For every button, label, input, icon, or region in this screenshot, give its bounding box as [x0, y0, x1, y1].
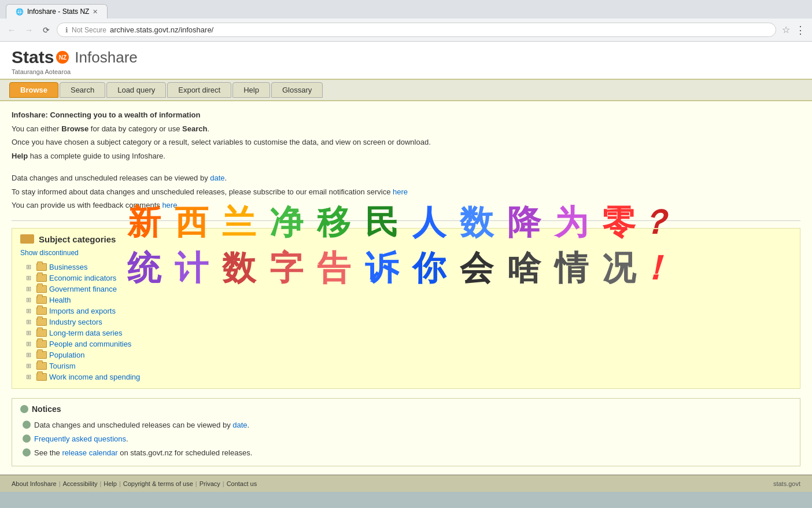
not-secure-label: Not Secure: [72, 26, 106, 34]
category-link[interactable]: Tourism: [49, 362, 76, 370]
category-link[interactable]: Work income and spending: [49, 373, 140, 381]
tab-favicon: 🌐: [16, 8, 24, 16]
footer-link-help[interactable]: Help: [104, 480, 117, 487]
footer-link-copyright[interactable]: Copyright & terms of use: [123, 480, 193, 487]
category-link[interactable]: Imports and exports: [49, 307, 116, 315]
tab-glossary[interactable]: Glossary: [271, 82, 323, 98]
tab-help[interactable]: Help: [232, 82, 270, 98]
footer-link-contact[interactable]: Contact us: [227, 480, 257, 487]
page-wrapper: Stats NZ Infoshare Tatauranga Aotearoa B…: [0, 42, 812, 492]
category-link[interactable]: Government finance: [49, 285, 117, 293]
expand-icon[interactable]: ⊞: [26, 274, 34, 282]
tab-export-direct[interactable]: Export direct: [167, 82, 231, 98]
intro-para5: To stay informed about data changes and …: [12, 186, 800, 198]
tab-close-icon[interactable]: ✕: [93, 8, 98, 16]
tagline: Tatauranga Aotearoa: [12, 68, 800, 75]
stats-logo: Stats NZ: [12, 47, 69, 67]
site-logo: Stats NZ Infoshare: [12, 47, 800, 67]
bottom-gray-area: [0, 492, 812, 508]
footer-links: About Infoshare | Accessibility | Help |…: [12, 480, 257, 487]
main-content: Infoshare: Connecting you to a wealth of…: [0, 101, 812, 474]
intro-para2: Once you have chosen a subject category …: [12, 137, 800, 148]
tab-load-query[interactable]: Load query: [106, 82, 166, 98]
star-icon[interactable]: ☆: [782, 24, 790, 35]
folder-icon: [36, 362, 47, 370]
address-bar-row: ← → ⟳ ℹ Not Secure archive.stats.govt.nz…: [0, 19, 812, 42]
separator: [12, 220, 800, 221]
browser-tab-bar: 🌐 Infoshare - Stats NZ ✕: [0, 0, 812, 19]
nav-tabs: Browse Search Load query Export direct H…: [0, 79, 812, 101]
folder-icon: [36, 318, 47, 326]
list-item: ⊞ Government finance: [26, 284, 792, 295]
expand-icon[interactable]: ⊞: [26, 362, 34, 370]
address-bar[interactable]: ℹ Not Secure archive.stats.govt.nz/infos…: [57, 23, 776, 37]
url-text: archive.stats.govt.nz/infoshare/: [110, 25, 213, 34]
site-footer: About Infoshare | Accessibility | Help |…: [0, 474, 812, 492]
list-item: ⊞ Tourism: [26, 360, 792, 371]
category-link-health[interactable]: Health: [49, 296, 71, 304]
folder-icon: [36, 373, 47, 381]
category-list: ⊞ Businesses ⊞ Economic indicators ⊞ Gov…: [20, 262, 792, 382]
category-link[interactable]: Businesses: [49, 263, 87, 271]
intro-section: Infoshare: Connecting you to a wealth of…: [12, 109, 800, 211]
browser-tab[interactable]: 🌐 Infoshare - Stats NZ ✕: [6, 4, 108, 19]
intro-para6: You can provide us with feedback comment…: [12, 200, 800, 211]
folder-icon: [36, 296, 47, 304]
expand-icon[interactable]: ⊞: [26, 285, 34, 293]
notice-bullet: [23, 421, 31, 429]
category-link[interactable]: Long-term data series: [49, 329, 122, 337]
notices-header: Notices: [20, 404, 792, 414]
expand-icon[interactable]: ⊞: [26, 307, 34, 315]
footer-link-about[interactable]: About Infoshare: [12, 480, 57, 487]
list-item: ⊞ Imports and exports: [26, 305, 792, 316]
date-link[interactable]: date: [210, 174, 224, 182]
notice-bullet: [23, 448, 31, 457]
intro-title: Infoshare: Connecting you to a wealth of…: [12, 111, 200, 119]
reload-button[interactable]: ⟳: [39, 23, 53, 37]
notice-text: Data changes and unscheduled releases ca…: [34, 420, 249, 430]
list-item: ⊞ Population: [26, 349, 792, 360]
folder-icon: [36, 263, 47, 271]
expand-icon[interactable]: ⊞: [26, 263, 34, 271]
notice-item: Frequently asked questions.: [20, 432, 792, 446]
category-link[interactable]: Industry sectors: [49, 318, 102, 326]
back-button[interactable]: ←: [5, 23, 19, 37]
section-header: Subject categories: [20, 234, 792, 244]
email-link[interactable]: here: [393, 187, 408, 196]
footer-link-accessibility[interactable]: Accessibility: [63, 480, 98, 487]
category-link[interactable]: People and communities: [49, 340, 131, 348]
section-title: Subject categories: [39, 234, 116, 244]
folder-icon: [36, 285, 47, 293]
show-discontinued-link[interactable]: Show discontinued: [20, 249, 792, 257]
subject-categories: Subject categories Show discontinued ⊞ B…: [12, 228, 800, 389]
forward-button[interactable]: →: [22, 23, 36, 37]
tab-title: Infoshare - Stats NZ: [27, 8, 89, 16]
tab-search[interactable]: Search: [60, 82, 105, 98]
list-item: ⊞ Economic indicators: [26, 273, 792, 284]
faq-link[interactable]: Frequently asked questions: [34, 435, 126, 443]
infoshare-title: Infoshare: [75, 49, 137, 67]
notices-section: Notices Data changes and unscheduled rel…: [12, 398, 800, 467]
page-content: Stats NZ Infoshare Tatauranga Aotearoa B…: [0, 42, 812, 492]
category-link[interactable]: Economic indicators: [49, 274, 116, 282]
menu-icon[interactable]: ⋮: [793, 23, 807, 37]
notices-icon: [20, 405, 28, 413]
tab-browse[interactable]: Browse: [9, 82, 58, 98]
category-link[interactable]: Population: [49, 351, 84, 359]
expand-icon[interactable]: ⊞: [26, 373, 34, 381]
expand-icon[interactable]: ⊞: [26, 318, 34, 326]
expand-icon[interactable]: ⊞: [26, 351, 34, 359]
feedback-link[interactable]: here: [162, 201, 177, 209]
expand-icon[interactable]: ⊞: [26, 329, 34, 337]
expand-icon[interactable]: ⊞: [26, 340, 34, 348]
expand-icon[interactable]: ⊞: [26, 296, 34, 304]
footer-link-privacy[interactable]: Privacy: [200, 480, 220, 487]
release-calendar-link[interactable]: release calendar: [62, 448, 117, 457]
nz-badge: NZ: [56, 51, 69, 64]
notice-bullet: [23, 435, 31, 443]
intro-para1: You can either Browse for data by catego…: [12, 123, 800, 135]
date-link2[interactable]: date: [232, 421, 247, 429]
folder-icon: [36, 329, 47, 337]
notice-item: Data changes and unscheduled releases ca…: [20, 418, 792, 432]
notices-title: Notices: [32, 404, 61, 414]
